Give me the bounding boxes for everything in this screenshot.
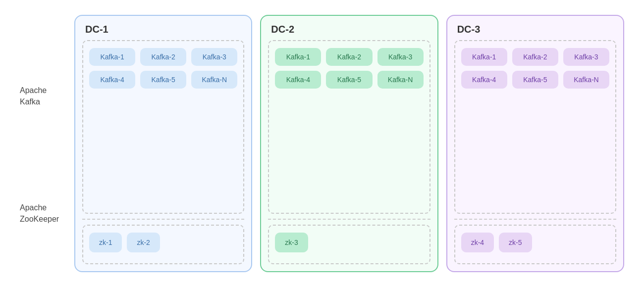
diagram: Apache Kafka Apache ZooKeeper DC-1 Kafka…: [20, 15, 624, 272]
dc2-zk-area: zk-3: [268, 225, 430, 264]
dc2-title: DC-2: [261, 16, 437, 40]
dc2-kafka-grid: Kafka-1 Kafka-2 Kafka-3 Kafka-4 Kafka-5 …: [275, 48, 423, 89]
dc1-column: DC-1 Kafka-1 Kafka-2 Kafka-3 Kafka-4 Kaf…: [74, 15, 252, 272]
dc3-zk-grid: zk-4 zk-5: [461, 233, 609, 252]
list-item: Kafka-1: [275, 48, 321, 66]
list-item: Kafka-5: [326, 71, 372, 89]
dc1-kafka-grid: Kafka-1 Kafka-2 Kafka-3 Kafka-4 Kafka-5 …: [89, 48, 237, 89]
dc2-column: DC-2 Kafka-1 Kafka-2 Kafka-3 Kafka-4 Kaf…: [260, 15, 438, 272]
list-item: zk-5: [499, 233, 532, 252]
list-item: zk-4: [461, 233, 494, 252]
kafka-label: Apache Kafka: [20, 38, 74, 155]
list-item: Kafka-5: [140, 71, 186, 89]
list-item: Kafka-4: [275, 71, 321, 89]
dc3-kafka-area: Kafka-1 Kafka-2 Kafka-3 Kafka-4 Kafka-5 …: [454, 40, 616, 214]
dc3-column: DC-3 Kafka-1 Kafka-2 Kafka-3 Kafka-4 Kaf…: [446, 15, 624, 272]
list-item: Kafka-3: [191, 48, 237, 66]
list-item: zk-2: [127, 233, 160, 252]
dc3-divider: [454, 219, 616, 220]
list-item: Kafka-3: [377, 48, 424, 66]
list-item: Kafka-N: [191, 71, 237, 89]
dc1-title: DC-1: [75, 16, 251, 40]
list-item: Kafka-3: [563, 48, 609, 66]
dc1-divider: [82, 219, 244, 220]
dc1-kafka-area: Kafka-1 Kafka-2 Kafka-3 Kafka-4 Kafka-5 …: [82, 40, 244, 214]
list-item: Kafka-2: [140, 48, 186, 66]
list-item: Kafka-N: [377, 71, 424, 89]
list-item: Kafka-2: [326, 48, 372, 66]
dc2-kafka-area: Kafka-1 Kafka-2 Kafka-3 Kafka-4 Kafka-5 …: [268, 40, 430, 214]
list-item: Kafka-2: [512, 48, 558, 66]
dc-columns: DC-1 Kafka-1 Kafka-2 Kafka-3 Kafka-4 Kaf…: [74, 15, 624, 272]
dc3-title: DC-3: [447, 16, 623, 40]
zookeeper-label: Apache ZooKeeper: [20, 155, 74, 272]
list-item: Kafka-1: [461, 48, 507, 66]
dc2-zk-grid: zk-3: [275, 233, 423, 252]
dc3-zk-area: zk-4 zk-5: [454, 225, 616, 264]
list-item: Kafka-1: [89, 48, 135, 66]
dc3-kafka-grid: Kafka-1 Kafka-2 Kafka-3 Kafka-4 Kafka-5 …: [461, 48, 609, 89]
list-item: Kafka-5: [512, 71, 558, 89]
list-item: Kafka-N: [563, 71, 609, 89]
list-item: Kafka-4: [89, 71, 135, 89]
row-labels: Apache Kafka Apache ZooKeeper: [20, 15, 74, 272]
list-item: Kafka-4: [461, 71, 507, 89]
dc1-zk-area: zk-1 zk-2: [82, 225, 244, 264]
list-item: zk-1: [89, 233, 122, 252]
dc1-zk-grid: zk-1 zk-2: [89, 233, 237, 252]
dc2-divider: [268, 219, 430, 220]
list-item: zk-3: [275, 233, 308, 252]
